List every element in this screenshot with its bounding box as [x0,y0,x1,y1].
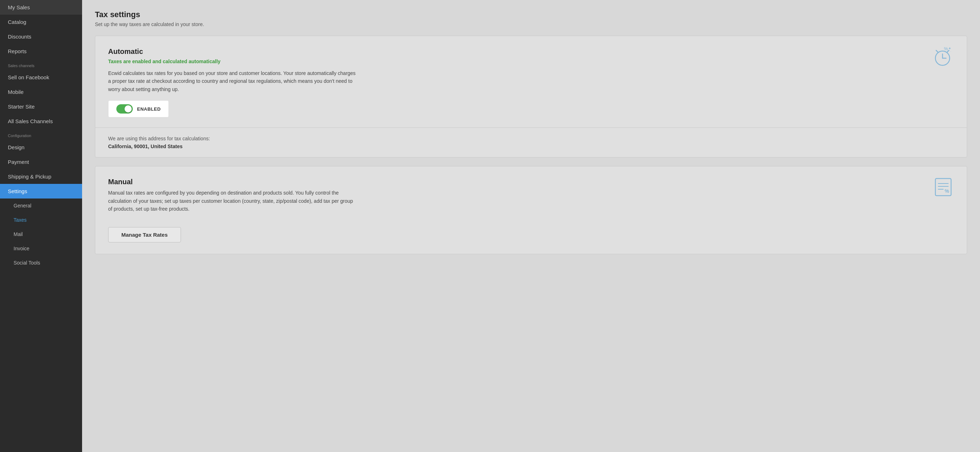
sidebar-subitem-social-tools[interactable]: Social Tools [0,256,82,270]
sidebar-item-starter-site[interactable]: Starter Site [0,99,82,114]
sidebar-item-sell-on-facebook[interactable]: Sell on Facebook [0,70,82,84]
sidebar-subitem-mail[interactable]: Mail [0,227,82,241]
manual-icon: % [932,177,954,199]
toggle-switch[interactable] [116,104,133,113]
enabled-toggle[interactable]: ENABLED [108,100,169,118]
sidebar-item-settings[interactable]: Settings [0,184,82,199]
sidebar-item-design[interactable]: Design [0,140,82,154]
svg-text:%: % [944,46,948,51]
sidebar-subitem-general[interactable]: General [0,199,82,213]
manual-card: % Manual Manual tax rates are configured… [95,166,967,254]
sidebar-item-discounts[interactable]: Discounts [0,29,82,44]
sidebar-item-shipping-pickup[interactable]: Shipping & Pickup [0,169,82,184]
address-label: We are using this address for tax calcul… [108,136,954,142]
address-section: We are using this address for tax calcul… [95,128,967,158]
automatic-card: % ✦ · Automatic Taxes are enabled and ca… [95,36,967,128]
manual-description: Manual tax rates are configured by you d… [108,189,358,213]
main-content: Tax settings Set up the way taxes are ca… [82,0,980,452]
page-subtitle: Set up the way taxes are calculated in y… [95,21,967,27]
sidebar-item-reports[interactable]: Reports [0,44,82,59]
automatic-title: Automatic [108,48,954,56]
manage-tax-rates-button[interactable]: Manage Tax Rates [108,227,181,242]
sidebar: My Sales Catalog Discounts Reports Sales… [0,0,82,452]
svg-line-3 [936,50,938,53]
configuration-label: Configuration [0,129,82,140]
sidebar-item-payment[interactable]: Payment [0,154,82,169]
sidebar-subitem-invoice[interactable]: Invoice [0,241,82,256]
sidebar-item-my-sales[interactable]: My Sales [0,0,82,14]
sidebar-item-all-sales-channels[interactable]: All Sales Channels [0,114,82,129]
sales-channels-label: Sales channels [0,59,82,70]
sidebar-subitem-taxes[interactable]: Taxes [0,213,82,227]
sidebar-item-catalog[interactable]: Catalog [0,14,82,29]
page-title: Tax settings [95,10,967,19]
address-value: California, 90001, United States [108,143,954,149]
svg-text:%: % [945,188,949,194]
automatic-icon: % ✦ · [931,46,954,70]
sidebar-item-mobile[interactable]: Mobile [0,84,82,99]
automatic-description: Ecwid calculates tax rates for you based… [108,69,358,93]
manual-title: Manual [108,178,954,186]
toggle-label: ENABLED [137,107,161,112]
automatic-status: Taxes are enabled and calculated automat… [108,59,954,64]
svg-text:·: · [950,50,951,53]
